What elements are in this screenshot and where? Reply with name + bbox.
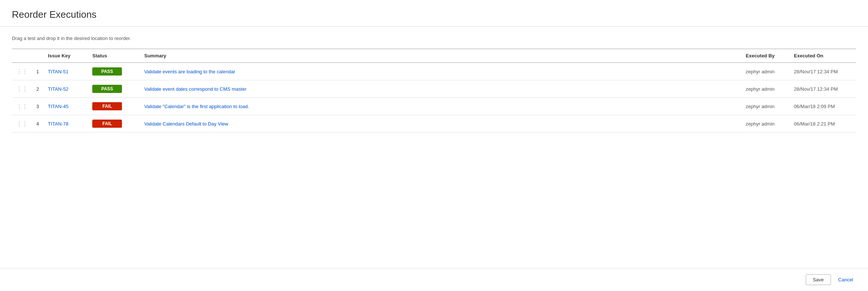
status-badge: PASS	[92, 67, 122, 76]
cancel-button[interactable]: Cancel	[835, 275, 856, 285]
issue-key-cell: TITAN-45	[43, 98, 88, 115]
drag-handle-cell[interactable]: ⋮⋮	[12, 63, 32, 80]
row-number: 1	[32, 63, 43, 80]
summary-cell: Validate event dates correspond to CMS m…	[140, 80, 741, 98]
executed-by-cell: zephyr admin	[741, 80, 789, 98]
executions-table: Issue Key Status Summary Executed By Exe…	[12, 48, 856, 133]
status-badge: PASS	[92, 85, 122, 93]
issue-key-cell: TITAN-52	[43, 80, 88, 98]
col-header-drag	[12, 49, 32, 63]
table-row: ⋮⋮2TITAN-52PASSValidate event dates corr…	[12, 80, 856, 98]
status-cell: FAIL	[88, 98, 140, 115]
table-header-row: Issue Key Status Summary Executed By Exe…	[12, 49, 856, 63]
executed-on-cell: 28/Nov/17 12:34 PM	[789, 80, 856, 98]
page-title: Reorder Executions	[12, 9, 856, 20]
status-cell: FAIL	[88, 115, 140, 133]
issue-key-link[interactable]: TITAN-78	[48, 121, 68, 127]
issue-key-cell: TITAN-78	[43, 115, 88, 133]
status-badge: FAIL	[92, 102, 122, 110]
executed-by-cell: zephyr admin	[741, 63, 789, 80]
summary-link[interactable]: Validate "Calendar" is the first applica…	[144, 104, 249, 109]
issue-key-link[interactable]: TITAN-45	[48, 104, 68, 109]
page-footer: Save Cancel	[0, 268, 868, 291]
executed-on-cell: 06/Mar/18 2:21 PM	[789, 115, 856, 133]
issue-key-link[interactable]: TITAN-52	[48, 86, 68, 92]
drag-handle-cell[interactable]: ⋮⋮	[12, 98, 32, 115]
status-badge: FAIL	[92, 120, 122, 128]
row-number: 2	[32, 80, 43, 98]
drag-handle-icon[interactable]: ⋮⋮	[16, 103, 27, 110]
col-header-executed-by: Executed By	[741, 49, 789, 63]
executed-by-cell: zephyr admin	[741, 98, 789, 115]
executed-by-cell: zephyr admin	[741, 115, 789, 133]
summary-cell: Validate Calendars Default to Day View	[140, 115, 741, 133]
page-content: Drag a test and drop it in the desired l…	[0, 27, 868, 268]
col-header-issue-key: Issue Key	[43, 49, 88, 63]
summary-link[interactable]: Validate events are loading to the calen…	[144, 69, 235, 74]
issue-key-cell: TITAN-51	[43, 63, 88, 80]
status-cell: PASS	[88, 63, 140, 80]
row-number: 3	[32, 98, 43, 115]
row-number: 4	[32, 115, 43, 133]
drag-handle-icon[interactable]: ⋮⋮	[16, 120, 27, 127]
drag-handle-icon[interactable]: ⋮⋮	[16, 86, 27, 93]
page-container: Reorder Executions Drag a test and drop …	[0, 0, 868, 291]
col-header-num	[32, 49, 43, 63]
summary-link[interactable]: Validate Calendars Default to Day View	[144, 121, 228, 127]
save-button[interactable]: Save	[806, 274, 831, 285]
table-row: ⋮⋮4TITAN-78FAILValidate Calendars Defaul…	[12, 115, 856, 133]
table-row: ⋮⋮1TITAN-51PASSValidate events are loadi…	[12, 63, 856, 80]
drag-handle-icon[interactable]: ⋮⋮	[16, 68, 27, 75]
col-header-executed-on: Executed On	[789, 49, 856, 63]
table-row: ⋮⋮3TITAN-45FAILValidate "Calendar" is th…	[12, 98, 856, 115]
drag-handle-cell[interactable]: ⋮⋮	[12, 115, 32, 133]
summary-link[interactable]: Validate event dates correspond to CMS m…	[144, 86, 246, 92]
col-header-summary: Summary	[140, 49, 741, 63]
drag-handle-cell[interactable]: ⋮⋮	[12, 80, 32, 98]
executed-on-cell: 06/Mar/18 2:09 PM	[789, 98, 856, 115]
page-header: Reorder Executions	[0, 0, 868, 27]
col-header-status: Status	[88, 49, 140, 63]
status-cell: PASS	[88, 80, 140, 98]
summary-cell: Validate events are loading to the calen…	[140, 63, 741, 80]
summary-cell: Validate "Calendar" is the first applica…	[140, 98, 741, 115]
executed-on-cell: 28/Nov/17 12:34 PM	[789, 63, 856, 80]
issue-key-link[interactable]: TITAN-51	[48, 69, 68, 74]
instructions-text: Drag a test and drop it in the desired l…	[12, 36, 856, 41]
